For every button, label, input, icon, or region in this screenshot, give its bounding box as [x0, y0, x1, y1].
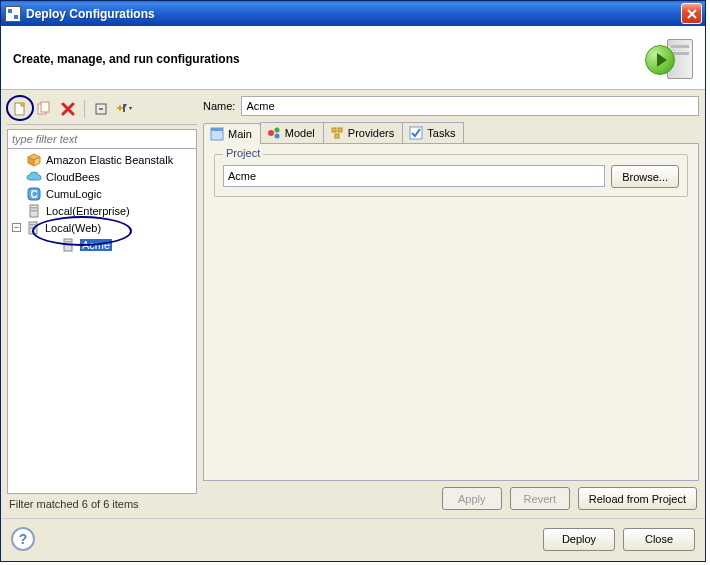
delete-config-button[interactable] — [57, 98, 79, 120]
svg-rect-13 — [65, 241, 71, 243]
project-input[interactable] — [223, 165, 605, 187]
svg-rect-14 — [65, 244, 71, 246]
tab-content-main: Project Browse... — [203, 144, 699, 481]
svg-rect-11 — [30, 227, 36, 229]
svg-point-19 — [274, 134, 279, 139]
tab-tasks[interactable]: Tasks — [402, 122, 464, 143]
duplicate-icon — [36, 101, 52, 117]
model-tab-icon — [267, 126, 281, 140]
tab-bar: Main Model Providers Tasks — [203, 122, 699, 144]
tree-item-cloudbees[interactable]: CloudBees — [8, 168, 196, 185]
app-icon — [5, 6, 21, 22]
dialog-header-title: Create, manage, and run configurations — [13, 52, 240, 66]
filter-status: Filter matched 6 of 6 items — [7, 494, 197, 512]
cloud-icon — [26, 169, 42, 185]
tree-item-local-web[interactable]: − Local(Web) — [8, 219, 196, 236]
window-title: Deploy Configurations — [26, 7, 681, 21]
tree-item-cumulogic[interactable]: C CumuLogic — [8, 185, 196, 202]
svg-rect-10 — [30, 224, 36, 226]
svg-point-18 — [274, 128, 279, 133]
svg-rect-8 — [31, 210, 37, 212]
left-panel: Amazon Elastic Beanstalk CloudBees C Cum… — [7, 96, 197, 512]
tree-item-label: Amazon Elastic Beanstalk — [46, 154, 173, 166]
svg-rect-22 — [335, 134, 339, 138]
tab-label: Tasks — [427, 127, 455, 139]
help-button[interactable]: ? — [11, 527, 35, 551]
project-group: Project Browse... — [214, 154, 688, 197]
filter-icon — [116, 102, 134, 116]
browse-button[interactable]: Browse... — [611, 165, 679, 188]
config-toolbar — [7, 96, 197, 124]
cube-icon — [26, 152, 42, 168]
titlebar: Deploy Configurations — [1, 1, 705, 26]
server-icon — [26, 203, 42, 219]
main-tab-icon — [210, 127, 224, 141]
collapse-icon — [94, 102, 108, 116]
tab-model[interactable]: Model — [260, 122, 324, 143]
tree-collapse-toggle[interactable]: − — [12, 223, 21, 232]
duplicate-config-button[interactable] — [33, 98, 55, 120]
tree-item-label: Local(Web) — [45, 222, 101, 234]
tree-item-local-enterprise[interactable]: Local(Enterprise) — [8, 202, 196, 219]
close-icon — [687, 9, 697, 19]
toolbar-separator — [84, 100, 85, 118]
toolbar-divider — [7, 124, 197, 125]
config-tree[interactable]: Amazon Elastic Beanstalk CloudBees C Cum… — [7, 149, 197, 494]
filter-menu-button[interactable] — [114, 98, 136, 120]
svg-rect-7 — [31, 207, 37, 209]
tab-label: Main — [228, 128, 252, 140]
tree-item-label: Acme — [80, 239, 112, 251]
new-file-icon — [12, 101, 28, 117]
providers-tab-icon — [330, 126, 344, 140]
tree-item-acme[interactable]: Acme — [8, 236, 196, 253]
reload-button[interactable]: Reload from Project — [578, 487, 697, 510]
collapse-all-button[interactable] — [90, 98, 112, 120]
project-group-title: Project — [223, 147, 263, 159]
tree-item-label: Local(Enterprise) — [46, 205, 130, 217]
tab-main[interactable]: Main — [203, 123, 261, 144]
apply-button[interactable]: Apply — [442, 487, 502, 510]
right-panel: Name: Main Model Providers Tas — [203, 96, 699, 512]
name-label: Name: — [203, 100, 235, 112]
tab-label: Providers — [348, 127, 394, 139]
server-icon — [60, 237, 76, 253]
svg-rect-2 — [41, 102, 49, 112]
delete-icon — [61, 102, 75, 116]
right-panel-buttons: Apply Revert Reload from Project — [203, 481, 699, 512]
revert-button[interactable]: Revert — [510, 487, 570, 510]
svg-point-17 — [268, 130, 274, 136]
tasks-tab-icon — [409, 126, 423, 140]
close-button[interactable]: Close — [623, 528, 695, 551]
svg-rect-21 — [338, 128, 342, 132]
tab-label: Model — [285, 127, 315, 139]
tree-item-beanstalk[interactable]: Amazon Elastic Beanstalk — [8, 151, 196, 168]
svg-rect-20 — [332, 128, 336, 132]
tree-item-label: CumuLogic — [46, 188, 102, 200]
dialog-footer: ? Deploy Close — [1, 518, 705, 561]
name-input[interactable] — [241, 96, 699, 116]
dialog-header: Create, manage, and run configurations — [1, 26, 705, 90]
help-icon: ? — [19, 531, 28, 547]
new-config-button[interactable] — [9, 98, 31, 120]
window-close-button[interactable] — [681, 3, 702, 24]
name-row: Name: — [203, 96, 699, 116]
deploy-header-icon — [645, 35, 693, 83]
tab-providers[interactable]: Providers — [323, 122, 403, 143]
dialog-body: Amazon Elastic Beanstalk CloudBees C Cum… — [1, 90, 705, 518]
deploy-button[interactable]: Deploy — [543, 528, 615, 551]
server-icon — [25, 220, 41, 236]
filter-input[interactable] — [7, 129, 197, 149]
svg-text:C: C — [30, 189, 37, 200]
svg-rect-16 — [211, 128, 223, 131]
tree-item-label: CloudBees — [46, 171, 100, 183]
tile-icon: C — [26, 186, 42, 202]
